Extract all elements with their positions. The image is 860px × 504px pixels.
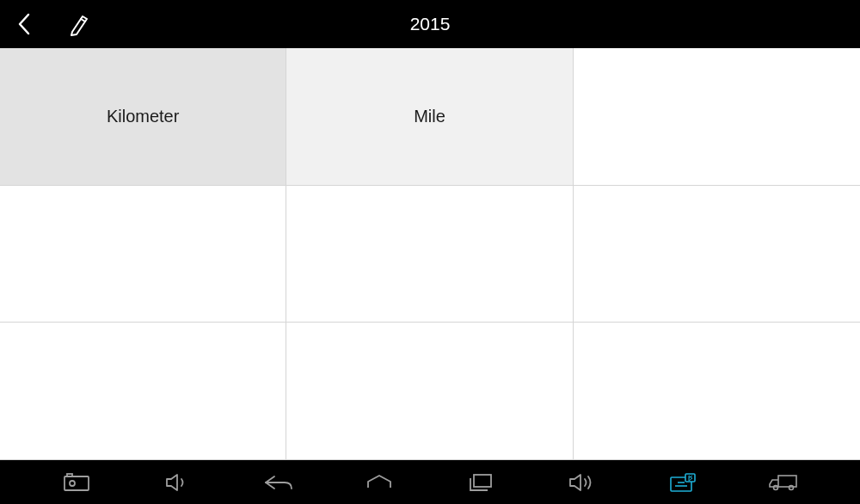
edit-button[interactable] <box>58 0 101 48</box>
nav-bar <box>0 460 860 504</box>
option-empty <box>0 323 286 460</box>
svg-rect-4 <box>474 475 491 487</box>
svg-rect-3 <box>67 474 72 476</box>
nav-back-button[interactable] <box>253 460 304 504</box>
camera-icon <box>63 473 90 492</box>
nav-home-button[interactable] <box>353 460 405 504</box>
option-label: Mile <box>414 107 445 126</box>
svg-point-11 <box>789 485 794 489</box>
svg-rect-6 <box>685 474 695 482</box>
nav-recent-button[interactable] <box>455 460 507 504</box>
bluetooth-screen-icon <box>668 472 697 493</box>
nav-camera-button[interactable] <box>51 460 102 504</box>
chevron-left-icon <box>16 12 32 36</box>
nav-volume-up-button[interactable] <box>556 460 607 504</box>
options-grid: Kilometer Mile <box>0 48 860 460</box>
svg-rect-1 <box>64 476 89 490</box>
option-empty <box>286 186 573 323</box>
svg-point-10 <box>774 485 778 489</box>
option-empty <box>574 48 860 186</box>
home-icon <box>365 474 394 491</box>
option-empty <box>574 186 860 323</box>
svg-point-2 <box>70 481 75 486</box>
option-empty <box>574 323 860 460</box>
recent-apps-icon <box>468 473 494 492</box>
svg-rect-9 <box>778 476 796 487</box>
option-mile[interactable]: Mile <box>286 48 573 186</box>
option-empty <box>0 186 286 323</box>
pencil-icon <box>69 12 91 36</box>
option-kilometer[interactable]: Kilometer <box>0 48 286 186</box>
option-empty <box>286 323 573 460</box>
svg-line-0 <box>81 19 85 22</box>
option-label: Kilometer <box>107 107 179 126</box>
nav-volume-down-button[interactable] <box>151 460 203 504</box>
volume-up-icon <box>568 472 595 493</box>
nav-bluetooth-button[interactable] <box>657 460 709 504</box>
truck-icon <box>768 473 799 492</box>
top-bar: 2015 <box>0 0 860 48</box>
volume-down-icon <box>164 472 190 493</box>
page-title: 2015 <box>410 14 451 34</box>
back-button[interactable] <box>7 0 41 48</box>
nav-vehicle-button[interactable] <box>758 460 809 504</box>
back-arrow-icon <box>263 474 294 491</box>
